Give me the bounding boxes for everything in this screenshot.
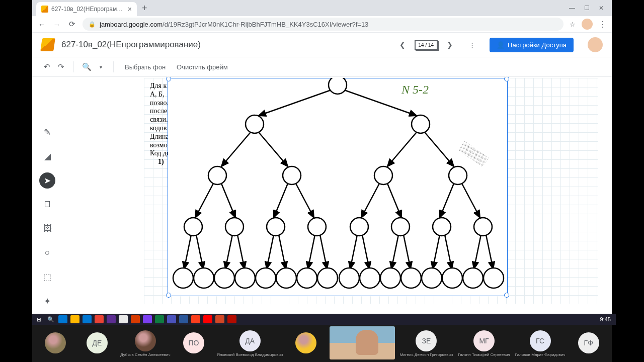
- set-background-button[interactable]: Выбрать фон: [121, 61, 170, 73]
- pdf-icon[interactable]: [227, 315, 236, 323]
- ppt-icon[interactable]: [215, 315, 224, 323]
- browser-window: 627-10в_02(НЕпрограммирова… × + ― ☐ ✕ ← …: [32, 0, 612, 314]
- back-icon[interactable]: ←: [37, 20, 46, 29]
- svg-point-46: [194, 268, 214, 288]
- handwritten-note[interactable]: N 5-2: [401, 83, 429, 97]
- participant[interactable]: ДАЯновский Всеволод Владимирович: [217, 327, 283, 360]
- browser-tab[interactable]: 627-10в_02(НЕпрограммирова… ×: [36, 2, 137, 16]
- svg-line-26: [433, 235, 440, 269]
- participant[interactable]: [288, 327, 325, 360]
- explorer-icon[interactable]: [70, 315, 79, 323]
- text-box-tool-icon[interactable]: ⬚: [39, 269, 55, 285]
- app2-icon[interactable]: [119, 315, 128, 323]
- svg-point-51: [297, 268, 317, 288]
- svg-point-58: [442, 268, 462, 288]
- svg-point-50: [276, 268, 296, 288]
- svg-point-52: [317, 268, 338, 288]
- next-frame-icon[interactable]: ❯: [447, 41, 453, 49]
- jamboard-logo-icon[interactable]: [40, 38, 55, 51]
- account-avatar[interactable]: [588, 37, 603, 52]
- jamboard-favicon-icon: [41, 6, 48, 13]
- word-icon[interactable]: [179, 315, 188, 323]
- vs-icon[interactable]: [107, 315, 116, 323]
- image-tool-icon[interactable]: 🖼: [39, 221, 55, 237]
- eraser-tool-icon[interactable]: ◢: [39, 148, 55, 164]
- reload-icon[interactable]: ⟳: [67, 20, 76, 29]
- url-field[interactable]: 🔒 jamboard.google.com/d/19Rz3gtPJcrM0nK1…: [83, 18, 564, 31]
- pasted-text-block[interactable]: Для к А, Б, позво. после, связи. кодов Д…: [150, 82, 170, 166]
- forward-icon[interactable]: →: [52, 20, 61, 29]
- app5-icon[interactable]: [203, 315, 212, 323]
- svg-point-32: [412, 115, 430, 133]
- svg-point-55: [380, 268, 400, 288]
- svg-line-19: [279, 235, 286, 269]
- sticky-note-tool-icon[interactable]: 🗒: [39, 197, 55, 213]
- windows-taskbar[interactable]: ⊞ 🔍 9:45: [32, 314, 616, 325]
- shape-tool-icon[interactable]: ○: [39, 245, 55, 261]
- zoom-icon[interactable]: 🔍: [81, 62, 92, 71]
- tab-title: 627-10в_02(НЕпрограммирова…: [51, 6, 125, 13]
- canvas[interactable]: ✎ ◢ ➤ 🗒 🖼 ○ ⬚ ✦ Для к А, Б, позво. после…: [32, 77, 612, 314]
- frame-indicator[interactable]: 14 / 14: [415, 40, 438, 50]
- svg-point-37: [184, 218, 202, 236]
- participant[interactable]: ЗЕМигель Демьян Григорьевич: [400, 327, 453, 360]
- share-button[interactable]: 👤 Настройки Доступа: [490, 38, 574, 52]
- svg-point-35: [374, 166, 392, 185]
- participant-avatar: [295, 332, 316, 353]
- svg-line-29: [486, 235, 493, 269]
- window-minimize-icon[interactable]: ―: [569, 5, 575, 12]
- svg-point-44: [474, 218, 492, 236]
- svg-point-40: [308, 218, 326, 236]
- pen-tool-icon[interactable]: ✎: [39, 124, 55, 140]
- participant[interactable]: ГФ: [570, 327, 607, 360]
- participant-avatar: ДА: [239, 330, 261, 351]
- taskbar-clock[interactable]: 9:45: [600, 316, 614, 322]
- participant[interactable]: Дубков Семён Алексеевич: [120, 327, 170, 360]
- window-maximize-icon[interactable]: ☐: [584, 5, 590, 12]
- profile-avatar[interactable]: [582, 19, 593, 30]
- more-options-icon[interactable]: ⋮: [469, 41, 475, 49]
- svg-line-20: [308, 235, 315, 269]
- svg-line-8: [274, 184, 288, 218]
- document-title[interactable]: 627-10в_02(НЕпрограммирование): [61, 40, 201, 50]
- new-tab-button[interactable]: +: [142, 3, 147, 14]
- svg-point-31: [246, 115, 264, 133]
- participant[interactable]: ПО: [176, 327, 212, 360]
- undo-icon[interactable]: ↶: [41, 62, 52, 71]
- svg-point-33: [208, 166, 226, 185]
- participant[interactable]: Залит Григорий Евгеньевич: [330, 327, 395, 360]
- participant[interactable]: ГСГалявов Марат Фаридович: [515, 327, 566, 360]
- prev-frame-icon[interactable]: ❮: [399, 41, 406, 49]
- redo-icon[interactable]: ↷: [55, 62, 66, 71]
- search-taskbar-icon[interactable]: 🔍: [46, 315, 55, 323]
- excel-icon[interactable]: [155, 315, 164, 323]
- app3-icon[interactable]: [131, 315, 140, 323]
- chrome-icon[interactable]: [95, 315, 104, 323]
- start-icon[interactable]: ⊞: [34, 315, 43, 323]
- select-tool-icon[interactable]: ➤: [39, 172, 55, 189]
- svg-line-12: [440, 184, 454, 218]
- edge-icon[interactable]: [58, 315, 67, 323]
- binary-tree-diagram: [169, 78, 506, 295]
- yandex-icon[interactable]: [191, 315, 200, 323]
- zoom-dropdown-icon[interactable]: ▾: [95, 64, 106, 70]
- browser-menu-icon[interactable]: ⋮: [599, 20, 607, 29]
- video-call-strip: ДЕДубков Семён АлексеевичПОДАЯновский Вс…: [32, 325, 612, 362]
- svg-point-36: [449, 166, 467, 185]
- app-icon[interactable]: [83, 315, 92, 323]
- participant[interactable]: [37, 327, 74, 360]
- app4-icon[interactable]: [143, 315, 152, 323]
- svg-point-60: [484, 268, 504, 288]
- clear-frame-button[interactable]: Очистить фрейм: [173, 61, 232, 73]
- svg-point-39: [267, 218, 285, 236]
- bookmark-star-icon[interactable]: ☆: [570, 21, 576, 28]
- participant-avatar: ГФ: [578, 332, 599, 353]
- teams-icon[interactable]: [167, 315, 176, 323]
- participant-name: Дубков Семён Алексеевич: [120, 352, 170, 357]
- participant[interactable]: МГГалкин Тимофей Сергеевич: [458, 327, 510, 360]
- participant[interactable]: ДЕ: [79, 327, 116, 360]
- window-close-icon[interactable]: ✕: [599, 5, 604, 12]
- participant-avatar: [45, 332, 66, 353]
- laser-tool-icon[interactable]: ✦: [39, 293, 55, 309]
- close-tab-icon[interactable]: ×: [128, 5, 132, 13]
